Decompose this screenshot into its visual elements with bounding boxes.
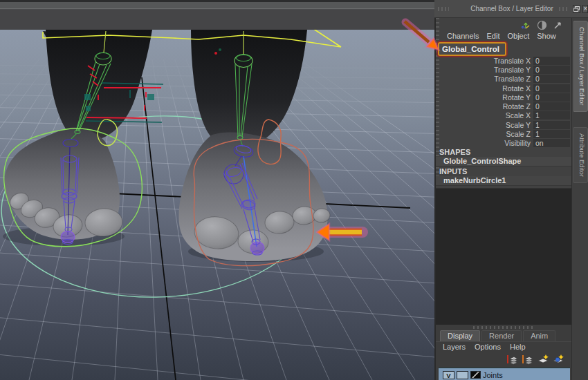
channel-attribute-row: Rotate Z0 <box>436 102 573 111</box>
attribute-value-field[interactable]: 0 <box>533 84 570 93</box>
viewport-dark-band <box>0 10 434 30</box>
maya-window: Channels Edit Object Show Global_Control… <box>0 0 588 380</box>
shape-node-name[interactable]: Globle_ControlShape <box>436 157 573 167</box>
menu-edit[interactable]: Edit <box>486 32 499 42</box>
attribute-value-field[interactable]: 0 <box>533 57 570 65</box>
shapes-section-header: SHAPES <box>436 148 573 157</box>
inputs-section-header: INPUTS <box>436 167 573 176</box>
channel-box-panel: Channels Edit Object Show Global_Control… <box>434 0 571 380</box>
manipulator-icon[interactable] <box>520 20 531 30</box>
layer-editor-tabs: Display Render Anim <box>436 330 573 341</box>
window-top-edge <box>0 0 434 2</box>
layer-editor-menubar: Layers Options Help <box>436 341 573 352</box>
attribute-label[interactable]: Scale X <box>436 111 533 120</box>
menu-channels[interactable]: Channels <box>447 32 479 42</box>
attribute-value-field[interactable]: 0 <box>533 102 570 111</box>
channel-box-titlebar[interactable]: Channel Box / Layer Editor × <box>434 0 588 18</box>
editor-side-tab-strip: Channel Box / Layer Editor Attribute Edi… <box>571 18 588 380</box>
viewport-top-bar <box>0 2 434 8</box>
channel-box-menubar: Channels Edit Object Show <box>436 32 573 42</box>
tab-display[interactable]: Display <box>440 330 480 341</box>
move-layer-down-icon[interactable] <box>522 353 534 365</box>
attribute-value-field[interactable]: 1 <box>533 111 570 120</box>
panel-title: Channel Box / Layer Editor <box>470 5 553 12</box>
layer-editor-icon-row <box>436 352 573 365</box>
tab-render[interactable]: Render <box>481 330 522 341</box>
channel-attribute-row: Scale Z1 <box>436 129 573 138</box>
layer-editor-separator[interactable] <box>473 326 535 329</box>
menu-options[interactable]: Options <box>475 343 501 351</box>
move-layer-up-icon[interactable] <box>506 353 519 365</box>
channel-attribute-row: Translate X0 <box>436 56 573 65</box>
selected-object-name[interactable]: Global_Control <box>438 42 506 56</box>
channel-attribute-row: Visibilityon <box>436 139 573 148</box>
speed-toggle-icon[interactable] <box>537 20 547 30</box>
tab-anim[interactable]: Anim <box>523 330 555 341</box>
channel-box-empty-area <box>436 188 573 325</box>
attribute-value-field[interactable]: 0 <box>533 93 570 102</box>
viewport-top-bar-highlight <box>0 8 434 10</box>
layer-color-swatch[interactable] <box>470 371 481 379</box>
attribute-label[interactable]: Translate X <box>436 57 533 65</box>
channel-attributes: Translate X0Translate Y0Translate Z0Rota… <box>436 56 573 148</box>
channel-attribute-row: Translate Z0 <box>436 75 573 84</box>
attribute-value-field[interactable]: on <box>533 139 570 147</box>
input-node-name[interactable]: makeNurbCircle1 <box>436 176 573 186</box>
attribute-label[interactable]: Rotate Z <box>436 102 533 111</box>
channel-box-toolbar <box>436 19 573 32</box>
layer-playback-checkbox[interactable] <box>457 371 468 379</box>
attribute-label[interactable]: Translate Y <box>436 66 533 74</box>
close-panel-button[interactable]: × <box>582 5 588 13</box>
titlebar-drag-dots-left[interactable] <box>438 7 449 11</box>
side-tab-channel-box[interactable]: Channel Box / Layer Editor <box>573 21 588 112</box>
3d-viewport[interactable] <box>0 0 434 380</box>
attribute-label[interactable]: Visibility <box>436 139 533 147</box>
selected-object-row: Global_Control <box>436 42 573 56</box>
channel-attribute-row: Rotate X0 <box>436 84 573 93</box>
slider-mode-icon[interactable] <box>553 20 563 30</box>
layer-editor: Display Render Anim Layers Options Help <box>436 325 573 380</box>
attribute-value-field[interactable]: 1 <box>533 130 570 138</box>
attribute-label[interactable]: Rotate Y <box>436 93 533 102</box>
viewport-scene <box>0 0 434 380</box>
attribute-value-field[interactable]: 0 <box>533 75 570 83</box>
layer-name: Joints <box>483 371 503 379</box>
layer-row-joints[interactable]: V Joints <box>439 368 570 380</box>
create-empty-layer-icon[interactable] <box>537 353 549 365</box>
attribute-label[interactable]: Scale Z <box>436 130 533 138</box>
channel-attribute-row: Scale X1 <box>436 111 573 120</box>
create-layer-from-selected-icon[interactable] <box>552 353 564 365</box>
layer-visibility-checkbox[interactable]: V <box>443 371 454 379</box>
menu-layers[interactable]: Layers <box>443 343 466 351</box>
titlebar-drag-dots-right[interactable] <box>559 7 567 11</box>
float-window-icon <box>573 6 580 12</box>
channel-attribute-row: Translate Y0 <box>436 65 573 74</box>
attribute-value-field[interactable]: 0 <box>533 66 570 74</box>
float-panel-button[interactable] <box>573 5 580 13</box>
channel-attribute-row: Rotate Y0 <box>436 93 573 102</box>
side-tab-attribute-editor[interactable]: Attribute Editor <box>573 127 588 183</box>
menu-show[interactable]: Show <box>537 32 556 42</box>
attribute-value-field[interactable]: 1 <box>533 121 570 129</box>
attribute-label[interactable]: Rotate X <box>436 84 533 93</box>
attribute-label[interactable]: Translate Z <box>436 75 533 83</box>
menu-help[interactable]: Help <box>510 343 526 351</box>
attribute-label[interactable]: Scale Y <box>436 121 533 129</box>
menu-object[interactable]: Object <box>507 32 529 42</box>
channel-attribute-row: Scale Y1 <box>436 120 573 129</box>
